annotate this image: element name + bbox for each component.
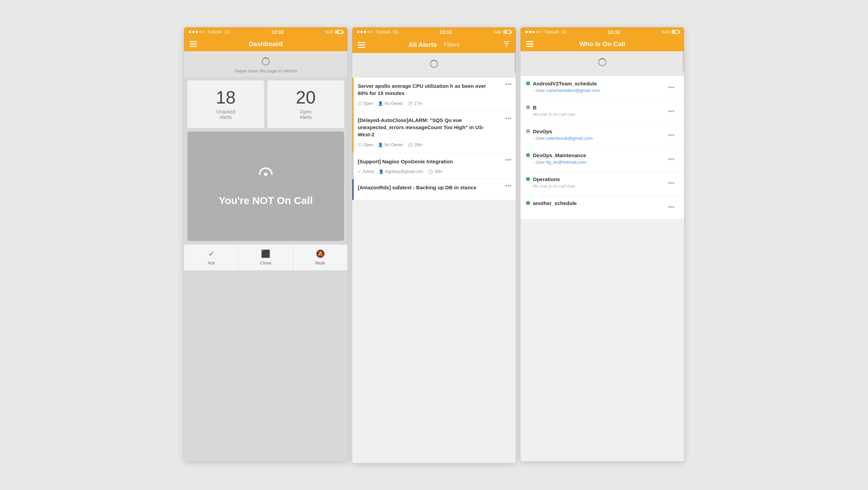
hamburger-oncall[interactable] xyxy=(526,41,534,47)
alert-owner-2: 👤 No Owner xyxy=(378,142,403,147)
oncall-dots-5[interactable]: ••• xyxy=(664,176,679,190)
alert-meta-1: ⓘ Open 👤 No Owner 🕐 17m xyxy=(358,101,497,107)
oncall-dots-4[interactable]: ••• xyxy=(664,152,679,166)
hamburger-line-3 xyxy=(189,46,197,47)
screen-dashboard: Turkcell 3G 10:32 %40 Dashboard xyxy=(184,27,348,462)
dot1 xyxy=(189,31,191,33)
ack-button[interactable]: ✓ Ack xyxy=(184,245,238,270)
more-dots-2[interactable]: ••• xyxy=(501,112,516,153)
oncall-sub-2: No one is on call now xyxy=(526,112,664,117)
alert-owner-3: 👤 ktgulsoy@gmail.com xyxy=(379,169,423,174)
oncall-loading xyxy=(521,51,684,76)
alert-item-3[interactable]: [Support] Nagios OpsGenie Integration ✓ … xyxy=(352,153,516,179)
alerts-body: Server apollo average CPU utilization h … xyxy=(352,53,516,463)
battery-pct-1: %40 xyxy=(325,30,333,35)
more-dots-3[interactable]: ••• xyxy=(501,153,516,179)
alert-item-1[interactable]: Server apollo average CPU utilization h … xyxy=(352,78,516,111)
more-dots-4[interactable]: ••• xyxy=(501,179,516,200)
alert-meta-2: ⓘ Open 👤 No Owner 🕐 29m xyxy=(358,142,497,148)
hamburger-menu-btn[interactable] xyxy=(189,41,197,47)
alert-time-3: 🕐 30m xyxy=(428,169,442,174)
open-alerts-card[interactable]: 20 OpenAlerts xyxy=(267,80,344,128)
oncall-dots-6[interactable]: ••• xyxy=(664,200,679,214)
oncall-left-4: DevOps_Maintenance - User tlg_kk@hotmail… xyxy=(526,152,664,165)
status-text-3: Acked xyxy=(363,169,374,174)
oncall-item-6[interactable]: another_schedule ••• xyxy=(521,195,684,219)
owner-text-3: ktgulsoy@gmail.com xyxy=(385,169,423,174)
svg-rect-4 xyxy=(506,46,507,47)
open-count: 20 xyxy=(296,89,316,106)
time-text-3: 30m xyxy=(434,169,442,174)
status-bar-3: Turkcell 3G 10:32 %40 xyxy=(521,27,684,37)
alert-title-2: [Delayed-AutoClose]ALARM: "SQS Qu eue un… xyxy=(358,117,497,138)
mute-button[interactable]: 🔕 Mute xyxy=(293,245,347,270)
oncall-item-2[interactable]: B No one is on call now ••• xyxy=(521,100,684,123)
oncall-email-4[interactable]: tlg_kk@hotmail.com xyxy=(546,160,586,165)
alert-item-2[interactable]: [Delayed-AutoClose]ALARM: "SQS Qu eue un… xyxy=(352,112,516,153)
oncall-item-4[interactable]: DevOps_Maintenance - User tlg_kk@hotmail… xyxy=(521,148,684,171)
svg-rect-3 xyxy=(505,45,508,45)
dot2 xyxy=(192,31,195,33)
battery-pct-2: %40 xyxy=(493,30,501,35)
status-dot-2 xyxy=(526,105,530,109)
oncall-name-3: DevOps xyxy=(533,128,552,134)
oncall-item-3[interactable]: DevOps - User celenburak@gmail.com ••• xyxy=(521,124,684,147)
screen-who-is-on-call: Turkcell 3G 10:32 %40 Who Is On Call xyxy=(520,27,684,462)
time-3: 10:32 xyxy=(608,29,620,35)
oncall-name-row-6: another_schedule xyxy=(526,200,664,206)
filter-icon[interactable] xyxy=(503,40,510,50)
filters-label[interactable]: Filters xyxy=(444,41,459,48)
battery-area-1: %40 xyxy=(325,30,343,35)
oncall-name-5: Operations xyxy=(533,176,560,182)
oncall-dots-3[interactable]: ••• xyxy=(664,128,679,142)
alerts-spinner xyxy=(430,60,438,68)
oncall-email-1[interactable]: canertanbideci@gmail.com xyxy=(546,88,600,93)
alert-title-1: Server apollo average CPU utilization h … xyxy=(358,82,497,97)
owner-text-1: No Owner xyxy=(384,101,403,106)
hamburger-line-1 xyxy=(189,41,197,42)
alert-status-3: ✓ Acked xyxy=(358,169,374,174)
time-icon-3: 🕐 xyxy=(428,169,433,174)
nav-bar-alerts: All Alerts Filters xyxy=(352,37,516,53)
oncall-item-1[interactable]: AndroidV2Team_schedule - User canertanbi… xyxy=(521,76,684,99)
status-icon-1: ⓘ xyxy=(358,101,362,107)
oncall-item-5[interactable]: Operations No one is on call now ••• xyxy=(521,172,684,195)
status-dot-5 xyxy=(526,177,530,181)
unacked-alerts-card[interactable]: 18 UnackedAlerts xyxy=(187,80,264,128)
oncall-dots-2[interactable]: ••• xyxy=(664,105,679,119)
battery-area-2: %40 xyxy=(493,30,511,35)
close-button[interactable]: ⬛ Close xyxy=(238,245,293,270)
more-dots-1[interactable]: ••• xyxy=(501,78,516,111)
oncall-name-row-2: B xyxy=(526,105,664,110)
signal-dots-2 xyxy=(357,31,373,33)
alert-owner-1: 👤 No Owner xyxy=(378,101,403,106)
dot4 xyxy=(199,31,201,33)
oncall-left-1: AndroidV2Team_schedule - User canertanbi… xyxy=(526,81,664,93)
carrier-3: Turkcell xyxy=(544,30,558,35)
oncall-name-2: B xyxy=(533,105,537,110)
check-icon-3: ✓ xyxy=(358,169,361,174)
time-icon-1: 🕐 xyxy=(408,101,413,106)
battery-icon-1 xyxy=(335,30,343,34)
oncall-sub-5: No one is on call now xyxy=(526,183,664,189)
alert-content-4: [AmazonRds] safatest - Backing up DB in … xyxy=(354,179,501,200)
scroll-indicator xyxy=(514,53,516,73)
close-icon: ⬛ xyxy=(261,249,270,258)
oncall-name-row-1: AndroidV2Team_schedule xyxy=(526,81,664,86)
oncall-left-3: DevOps - User celenburak@gmail.com xyxy=(526,128,664,141)
status-dot-3 xyxy=(526,129,530,133)
screen-all-alerts: Turkcell 3G 10:32 %40 All Alerts Filters xyxy=(352,27,516,463)
stats-grid: 18 UnackedAlerts 20 OpenAlerts xyxy=(184,77,347,132)
oncall-email-3[interactable]: celenburak@gmail.com xyxy=(546,136,593,141)
time-text-2: 29m xyxy=(414,142,422,147)
battery-pct-3: %40 xyxy=(661,30,670,35)
network-3: 3G xyxy=(561,30,567,35)
oncall-dots-1[interactable]: ••• xyxy=(664,81,679,95)
status-text-2: Open xyxy=(363,142,373,147)
hamburger-alerts[interactable] xyxy=(358,42,365,48)
status-bar-2: Turkcell 3G 10:32 %40 xyxy=(352,27,516,37)
alert-content-3: [Support] Nagios OpsGenie Integration ✓ … xyxy=(354,153,501,179)
nav-bar-dashboard: Dashboard xyxy=(184,37,347,51)
alert-item-4[interactable]: [AmazonRds] safatest - Backing up DB in … xyxy=(352,179,516,200)
signal-dots-3 xyxy=(525,31,541,33)
